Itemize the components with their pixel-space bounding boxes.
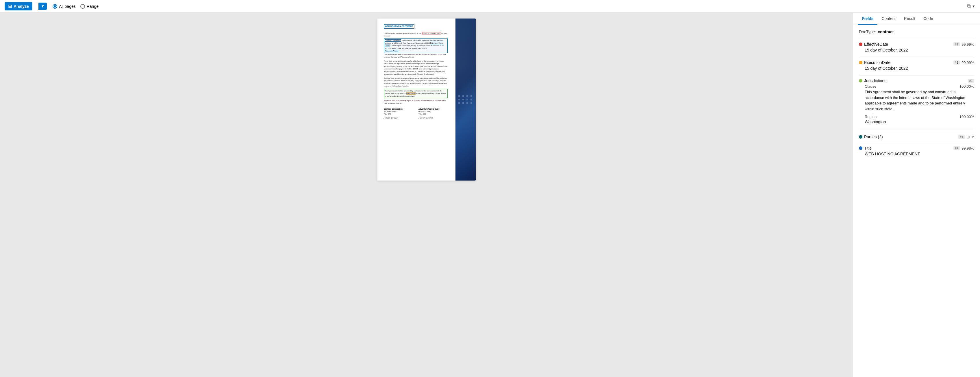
title-badge: #1 (953, 146, 960, 150)
doc-deco-dots (458, 95, 473, 104)
jurisdictions-body: Clause 100.00% This Agreement shall be g… (859, 84, 974, 124)
clause-name: Clause (865, 84, 959, 88)
jurisdictions-dot (859, 79, 862, 83)
title-confidence: 99.98% (961, 146, 974, 150)
all-pages-label: All pages (59, 4, 76, 9)
right-panel: Fields Content Result Code DocType: cont… (853, 13, 980, 377)
doc-party2-short: AdventureWorks (385, 50, 398, 52)
doc-party1-name: Contoso Corporation (385, 39, 401, 42)
doc-sig1-company: Contoso Corporation (384, 108, 413, 110)
doc-sig-col-1: Contoso Corporation By: Angel Brown Titl… (384, 108, 413, 120)
field-jurisdictions: Jurisdictions #1 Clause 100.00% This Agr… (859, 78, 974, 124)
main-content: WEB HOSTING AGREEMENT This web Hosting A… (0, 13, 980, 377)
effective-date-value: 15 day of October, 2022 (859, 48, 974, 53)
parties-dot (859, 135, 862, 139)
doc-parties-block: Contoso Corporation a Washington corpora… (384, 38, 448, 53)
effective-date-name: EffectiveDate (864, 42, 952, 46)
field-jurisdictions-header: Jurisdictions #1 (859, 78, 974, 83)
document-page: WEB HOSTING AGREEMENT This web Hosting A… (377, 19, 476, 181)
tab-result[interactable]: Result (900, 13, 920, 25)
field-execution-date-header: ExecutionDate #1 99.99% (859, 60, 974, 65)
divider-1 (859, 39, 974, 39)
doctype-value: contract (878, 29, 894, 34)
clause-confidence: 100.00% (959, 84, 974, 88)
panel-body: DocType: contract EffectiveDate #1 99.99… (853, 25, 980, 377)
all-pages-radio[interactable]: All pages (52, 4, 76, 9)
range-radio[interactable]: Range (80, 4, 99, 9)
parties-badge: #1 (958, 135, 965, 139)
toolbar: ⊞ Analyze ▼ All pages Range ⧉ ▼ (0, 0, 980, 13)
doc-sig-col-2: Adventure Works Cycle By: Aaron Smith Ti… (418, 108, 448, 120)
execution-date-value: 15 day of October, 2022 (859, 66, 974, 70)
doc-title-box: WEB HOSTING AGREEMENT (384, 24, 415, 29)
field-effective-date: EffectiveDate #1 99.99% 15 day of Octobe… (859, 42, 974, 53)
doc-sig2-by: By: Aaron Smith (418, 110, 448, 113)
field-parties[interactable]: Parties (2) #1 ⊞ ∨ (859, 132, 974, 142)
region-name: Region (865, 115, 959, 119)
toolbar-chevron-icon[interactable]: ▼ (972, 4, 975, 8)
execution-date-badge: #1 (953, 61, 960, 64)
tab-code[interactable]: Code (919, 13, 937, 25)
field-execution-date: ExecutionDate #1 99.99% 15 day of Octobe… (859, 60, 974, 70)
field-title-header: Title #1 99.98% (859, 146, 974, 150)
analyze-icon: ⊞ (8, 3, 12, 9)
jurisdictions-badge: #1 (968, 79, 974, 83)
analyze-dropdown-button[interactable]: ▼ (38, 3, 47, 10)
sub-field-clause: Clause 100.00% This Agreement shall be g… (865, 84, 974, 112)
doc-party2-detail: a Washington corporation, having its pri… (385, 45, 444, 49)
range-label: Range (87, 4, 99, 9)
range-radio-circle (80, 4, 85, 9)
field-title: Title #1 99.98% WEB HOSTING AGREEMENT (859, 146, 974, 156)
doc-para3: Contoso must provide a person(s) to corr… (384, 77, 448, 87)
toolbar-right: ⧉ ▼ (967, 3, 975, 9)
doctype-label: DocType: (859, 29, 876, 34)
doc-signatures: Contoso Corporation By: Angel Brown Titl… (384, 108, 448, 120)
doc-right-decoration (455, 19, 476, 181)
title-dot (859, 146, 862, 150)
document-body: WEB HOSTING AGREEMENT This web Hosting A… (384, 24, 448, 120)
execution-date-name: ExecutionDate (864, 60, 952, 65)
divider-4 (859, 129, 974, 129)
effective-date-dot (859, 43, 862, 46)
title-name: Title (864, 146, 952, 150)
analyze-button[interactable]: ⊞ Analyze (5, 2, 32, 10)
panel-tabs: Fields Content Result Code (853, 13, 980, 25)
toolbar-divider (36, 3, 36, 9)
parties-name: Parties (2) (864, 134, 956, 139)
doc-sig2-cursive: Aaron Smith (418, 116, 448, 120)
field-effective-date-header: EffectiveDate #1 99.99% (859, 42, 974, 46)
execution-date-confidence: 99.99% (961, 61, 974, 65)
doc-sig2-company: Adventure Works Cycle (418, 108, 448, 110)
doc-final-para: All parties have read and fully agree to… (384, 99, 448, 105)
doc-jurisdiction-para: This Agreement shall be governed by and … (384, 89, 448, 98)
doc-sig1-cursive: Angel Brown (384, 116, 413, 120)
doc-intro: This web Hosting Agreement is entered as… (384, 32, 422, 34)
sub-field-region-header: Region 100.00% (865, 115, 974, 119)
tab-fields[interactable]: Fields (858, 13, 877, 25)
effective-date-confidence: 99.99% (961, 42, 974, 46)
table-icon: ⊞ (966, 134, 970, 139)
doc-sig1-title: Title: CTO (384, 113, 413, 115)
execution-date-dot (859, 61, 862, 64)
doc-para2: There shall be no additional fees of any… (384, 60, 448, 75)
page-range-group: All pages Range (52, 4, 99, 9)
document-viewer: WEB HOSTING AGREEMENT This web Hosting A… (0, 13, 853, 377)
doc-para1: This agreement shall void and nullify an… (384, 53, 448, 58)
effective-date-badge: #1 (953, 42, 960, 46)
doc-sig1-by: By: Angel Brown (384, 110, 413, 113)
title-value: WEB HOSTING AGREEMENT (859, 152, 974, 156)
layers-icon[interactable]: ⧉ (967, 3, 971, 9)
all-pages-radio-circle (52, 4, 57, 9)
doc-date-highlight: 15 day of October, 2022 (422, 32, 441, 34)
expand-icon[interactable]: ∨ (972, 135, 974, 139)
clause-value: This Agreement shall be governed by and … (865, 89, 974, 112)
doc-sig2-title: Title: CEO (418, 113, 448, 115)
sub-field-region: Region 100.00% Washington (865, 115, 974, 124)
sub-field-clause-header: Clause 100.00% (865, 84, 974, 88)
jurisdictions-name: Jurisdictions (864, 78, 966, 83)
analyze-label: Analyze (14, 4, 29, 9)
chevron-down-icon: ▼ (41, 4, 45, 8)
tab-content[interactable]: Content (877, 13, 900, 25)
doctype-row: DocType: contract (859, 29, 974, 34)
doc-washington-highlight: Washington (406, 92, 415, 94)
